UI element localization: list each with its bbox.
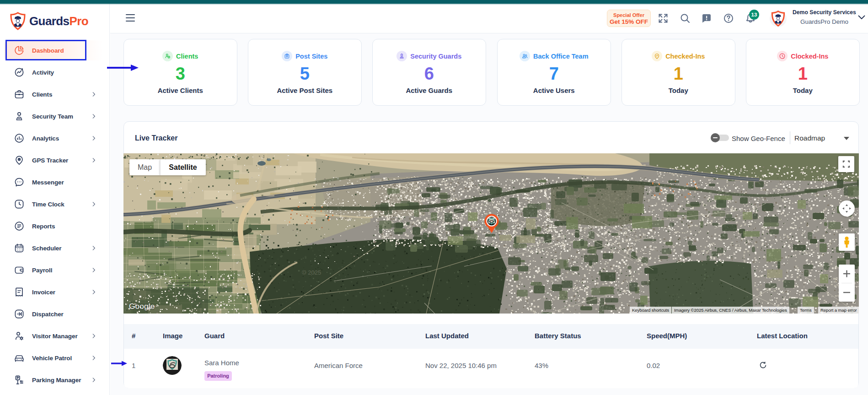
svg-text:© 2025: © 2025 <box>302 269 321 276</box>
